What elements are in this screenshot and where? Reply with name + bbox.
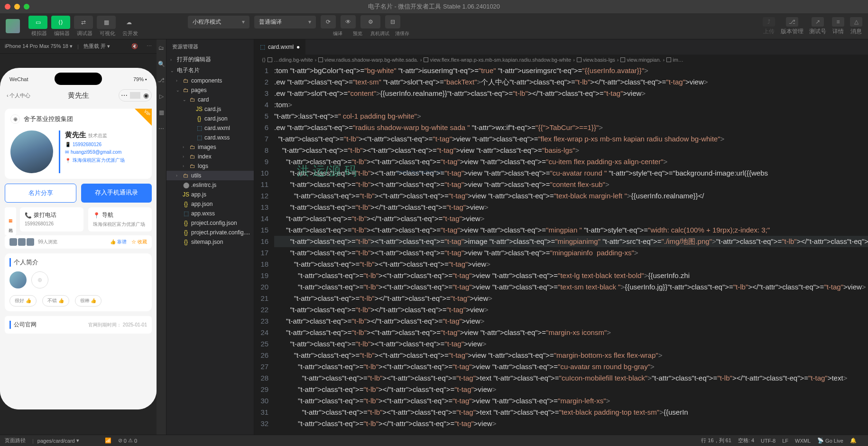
- add-intro-button[interactable]: ⊕: [31, 271, 48, 288]
- compile-type-dropdown[interactable]: 普通编译▾: [254, 16, 316, 28]
- section-open-editors[interactable]: ›打开的编辑器: [166, 54, 254, 65]
- wifi-icon[interactable]: 📶: [105, 437, 111, 444]
- cloud-toggle[interactable]: ☁: [120, 16, 139, 29]
- preview-button[interactable]: 👁: [341, 15, 356, 28]
- mode-label: 可视化: [97, 30, 118, 37]
- phone-simulator[interactable]: WeChat79% ▪ ‹ 个人中心 黄先生 ⋯◉ ⊕舍予基业控股集团 黄先生技…: [0, 68, 157, 409]
- encoding-status[interactable]: UTF-8: [761, 438, 776, 444]
- remote-debug-button[interactable]: ⚙: [360, 15, 380, 28]
- hot-reload-toggle[interactable]: 热重载 开 ▾: [83, 43, 110, 50]
- back-button[interactable]: ‹ 个人中心: [7, 92, 30, 99]
- maximize-window-icon[interactable]: [24, 4, 29, 9]
- page-path-value[interactable]: pages/card/card ▾: [37, 437, 79, 444]
- more-icon[interactable]: ⋯: [157, 124, 166, 133]
- navigate-button[interactable]: 📍 导航珠海保税区富力优派广场: [88, 207, 152, 232]
- file-app-wxss[interactable]: ⬚app.wxss: [166, 209, 254, 218]
- email-row[interactable]: ✉ huangzi959@gmail.com: [65, 149, 146, 155]
- card-code-button[interactable]: ▦名片码: [5, 207, 16, 235]
- details-button[interactable]: ≡详情: [832, 17, 844, 36]
- git-icon[interactable]: ⎇: [157, 75, 166, 85]
- folder-pages[interactable]: ⌄🗀pages: [166, 85, 254, 95]
- company-name: 舍予基业控股集团: [24, 115, 73, 123]
- explorer-icon[interactable]: 🗂: [157, 43, 166, 53]
- debug-icon[interactable]: ▷: [157, 92, 166, 101]
- feedback-button[interactable]: 很棒 👍: [75, 295, 102, 307]
- feedback-button[interactable]: 不错 👍: [42, 295, 69, 307]
- feedback-button[interactable]: 很好 👍: [9, 295, 37, 307]
- mode-label: 云开发: [120, 30, 140, 37]
- cursor-position[interactable]: 行 16，列 61: [701, 437, 731, 444]
- folder-components[interactable]: ›🗀components: [166, 76, 254, 85]
- folder-index[interactable]: ›🗀index: [166, 152, 254, 161]
- project-avatar[interactable]: [6, 19, 20, 33]
- search-icon[interactable]: 🔍: [157, 59, 166, 69]
- file-card-wxss[interactable]: ⬚card.wxss: [166, 133, 254, 142]
- eol-status[interactable]: LF: [782, 438, 788, 444]
- version-button[interactable]: ⎇版本管理: [781, 17, 803, 36]
- section-project[interactable]: ⌄电子名片: [166, 65, 254, 76]
- like-button[interactable]: 👍 靠谱: [110, 239, 127, 245]
- page-path-label[interactable]: 页面路径: [5, 437, 26, 444]
- views-bar: 99人浏览 👍 靠谱☆ 收藏: [5, 235, 152, 249]
- notifications-button[interactable]: △消息: [850, 17, 862, 36]
- page-title: 黄先生: [68, 91, 89, 100]
- tab-card-wxml[interactable]: ⬚card.wxml●: [254, 39, 306, 55]
- file-eslintrc[interactable]: ⬤.eslintrc.js: [166, 180, 254, 190]
- code-editor: ⬚card.wxml● ◫ ⋯ ⟨⟩ …dding.bg-white › vie…: [254, 39, 868, 435]
- traffic-lights[interactable]: [5, 4, 29, 9]
- file-card-wxml[interactable]: ⬚card.wxml: [166, 123, 254, 133]
- mode-label: 调试器: [74, 30, 95, 37]
- problems-status[interactable]: ⊘ 0 ⚠ 0: [118, 437, 137, 444]
- indent-status[interactable]: 空格: 4: [738, 437, 754, 444]
- save-contact-button[interactable]: 存入手机通讯录: [81, 184, 152, 203]
- breadcrumb[interactable]: ⟨⟩ …dding.bg-white › view.radius.shadow-…: [254, 55, 868, 65]
- extensions-icon[interactable]: ▦: [157, 108, 166, 117]
- folder-card[interactable]: ⌄🗀card: [166, 95, 254, 104]
- test-account-button[interactable]: ↗测试号: [809, 17, 826, 36]
- simulator-toggle[interactable]: ▭: [28, 16, 47, 29]
- code-area[interactable]: 1234567891011121314151617181920212223242…: [254, 65, 868, 435]
- minimize-window-icon[interactable]: [14, 4, 20, 9]
- status-battery: 79%: [133, 76, 144, 82]
- file-app-js[interactable]: JSapp.js: [166, 190, 254, 199]
- fav-button[interactable]: ☆ 收藏: [131, 239, 147, 245]
- file-project-config[interactable]: {}project.config.json: [166, 218, 254, 228]
- folder-images[interactable]: ›🗀images: [166, 142, 254, 152]
- sim-more-icon[interactable]: ⋯: [147, 43, 152, 49]
- watermark: 洪 运/源 码: [297, 163, 357, 179]
- notification-bell-icon[interactable]: 🔔: [850, 437, 857, 444]
- upload-button[interactable]: ⤴上传: [763, 17, 775, 36]
- sim-mute-icon[interactable]: 🔇: [131, 43, 138, 49]
- go-live-button[interactable]: 📡 Go Live: [817, 437, 843, 444]
- call-button[interactable]: 📞 拨打电话15992680126: [20, 207, 83, 232]
- file-card-json[interactable]: {}card.json: [166, 114, 254, 123]
- folder-utils[interactable]: ›🗀utils: [166, 171, 254, 180]
- phone-row[interactable]: 📱 15992680126: [65, 142, 146, 147]
- file-sitemap[interactable]: {}sitemap.json: [166, 237, 254, 247]
- compile-mode-dropdown[interactable]: 小程序模式▾: [188, 16, 249, 28]
- preview-label: 预览: [350, 30, 365, 37]
- window-titlebar: 电子名片 - 微信开发者工具 Stable 1.06.2401020: [0, 0, 868, 13]
- activity-bar: 🗂 🔍 ⎇ ▷ ▦ ⋯: [157, 39, 166, 435]
- address-row[interactable]: 📍 珠海保税区富力优派广场: [65, 157, 146, 164]
- folder-logs[interactable]: ›🗀logs: [166, 161, 254, 171]
- compile-button[interactable]: ⟳: [321, 15, 336, 28]
- device-select[interactable]: iPhone 14 Pro Max 75% 18 ▾: [5, 43, 73, 49]
- debugger-toggle[interactable]: ⇄: [74, 16, 93, 29]
- company-site-row[interactable]: 公司官网 官网到期时间： 2025-01-01: [5, 316, 152, 334]
- language-status[interactable]: WXML: [795, 438, 811, 444]
- file-app-json[interactable]: {}app.json: [166, 199, 254, 209]
- capsule-menu[interactable]: ⋯◉: [119, 89, 152, 102]
- visual-toggle[interactable]: ▦: [97, 16, 116, 29]
- company-logo-icon: ⊕: [10, 114, 20, 124]
- explorer-title: 资源管理器: [166, 39, 254, 54]
- user-avatar: [10, 130, 53, 173]
- file-project-private[interactable]: {}project.private.config....: [166, 228, 254, 237]
- share-card-button[interactable]: 名片分享: [5, 184, 76, 203]
- compile-label: 编译: [330, 30, 345, 37]
- file-card-js[interactable]: JScard.js: [166, 104, 254, 114]
- clear-cache-button[interactable]: ⊟: [385, 15, 400, 28]
- main-toolbar: ▭ ⟨⟩ ⇄ ▦ ☁ 模拟器 编辑器 调试器 可视化 云开发 小程序模式▾ 普通…: [0, 13, 868, 39]
- editor-toggle[interactable]: ⟨⟩: [51, 16, 70, 29]
- close-window-icon[interactable]: [5, 4, 10, 9]
